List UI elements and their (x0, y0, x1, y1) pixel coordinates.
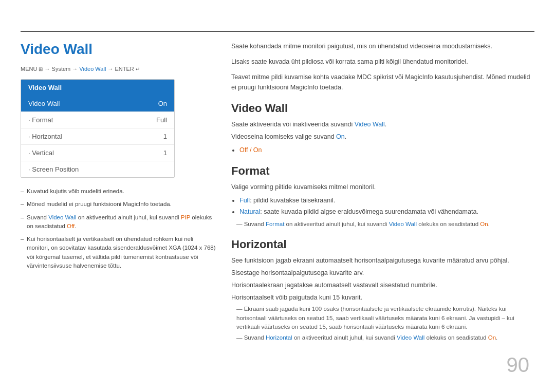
menu-item-format-value: Full (156, 116, 167, 124)
section-text-h-3: Horisontaalekraan jagatakse automaatselt… (231, 280, 534, 290)
menu-box: Video Wall Video Wall On · Format Full ·… (21, 79, 175, 178)
section-text-h-2: Sisestage horisontaalpaigutusega kuvarit… (231, 268, 534, 278)
section-text-h-1: See funktsioon jagab ekraani automaatsel… (231, 255, 534, 266)
notes-section: Kuvatud kujutis võib mudeliti erineda. M… (21, 187, 216, 270)
section-title-videowall: Video Wall (231, 102, 534, 115)
top-divider (21, 31, 534, 32)
menu-item-format-label: · Format (28, 116, 53, 124)
menu-item-horizontal-label: · Horizontal (28, 133, 62, 140)
format-bullet-list: Full: pildid kuvatakse täisekraanil. Nat… (239, 195, 534, 217)
vw-bullet-1: Off / On (239, 145, 534, 155)
menu-path: MENU ⊞ → System → Video Wall → ENTER ↵ (21, 66, 216, 72)
note-3: Suvand Video Wall on aktiveeritud ainult… (21, 213, 216, 231)
right-column: Saate kohandada mitme monitori paigutust… (231, 41, 534, 342)
intro-text-3: Teavet mitme pildi kuvamise kohta vaadak… (231, 72, 534, 92)
vw-bullet-list: Off / On (239, 145, 534, 155)
format-bullet-full: Full: pildid kuvatakse täisekraanil. (239, 195, 534, 206)
note-2: Mõned mudelid ei pruugi funktsiooni Magi… (21, 200, 216, 209)
menu-item-vertical-value: 1 (163, 149, 167, 157)
menu-item-videowall-value: On (158, 100, 167, 107)
section-text-format-1: Valige vorming piltide kuvamiseks mitmel… (231, 182, 534, 192)
menu-item-horizontal[interactable]: · Horizontal 1 (21, 128, 174, 145)
format-note: Suvand Format on aktiveeritud ainult juh… (231, 220, 534, 229)
menu-item-vertical-label: · Vertical (28, 149, 54, 157)
menu-item-screenposition[interactable]: · Screen Position (21, 161, 174, 177)
intro-text-2: Lisaks saate kuvada üht pildiosa või kor… (231, 57, 534, 67)
note-1: Kuvatud kujutis võib mudeliti erineda. (21, 187, 216, 196)
page-number: 90 (507, 353, 530, 377)
menu-box-header: Video Wall (21, 80, 174, 96)
menu-item-videowall-label: Video Wall (28, 100, 60, 107)
left-column: Video Wall MENU ⊞ → System → Video Wall … (21, 41, 216, 274)
menu-item-screenposition-label: · Screen Position (28, 165, 79, 173)
page-title: Video Wall (21, 41, 216, 58)
menu-item-vertical[interactable]: · Vertical 1 (21, 145, 174, 161)
section-text-vw-1: Saate aktiveerida või inaktiveerida suva… (231, 119, 534, 129)
format-bullet-natural: Natural: saate kuvada pildid algse erald… (239, 207, 534, 217)
horizontal-note-1: Ekraani saab jagada kuni 100 osaks (hori… (231, 305, 534, 331)
menu-item-format[interactable]: · Format Full (21, 112, 174, 128)
intro-text-1: Saate kohandada mitme monitori paigutust… (231, 41, 534, 51)
section-text-vw-2: Videoseina loomiseks valige suvand On. (231, 132, 534, 142)
section-title-horizontal: Horizontal (231, 238, 534, 251)
horizontal-note-2: Suvand Horizontal on aktiveeritud ainult… (231, 333, 534, 342)
section-title-format: Format (231, 164, 534, 178)
note-4: Kui horisontaalselt ja vertikaalselt on … (21, 235, 216, 270)
menu-item-videowall[interactable]: Video Wall On (21, 96, 174, 112)
menu-item-horizontal-value: 1 (163, 133, 167, 140)
section-text-h-4: Horisontaalselt võib paigutada kuni 15 k… (231, 292, 534, 303)
